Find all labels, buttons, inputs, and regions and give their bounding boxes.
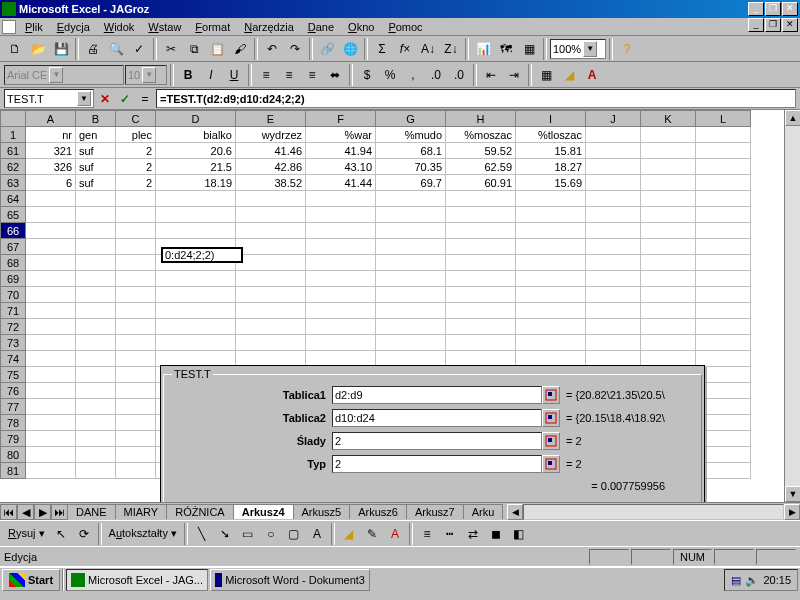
field-input[interactable]: 2: [332, 455, 542, 473]
cell[interactable]: [236, 303, 306, 319]
cell[interactable]: [76, 431, 116, 447]
tray-icon[interactable]: 🔊: [745, 574, 759, 587]
close-button[interactable]: ✕: [782, 2, 798, 16]
currency-button[interactable]: $: [356, 64, 378, 86]
cell[interactable]: [236, 255, 306, 271]
oval-button[interactable]: ○: [260, 523, 282, 545]
align-left-button[interactable]: ≡: [255, 64, 277, 86]
dropdown-icon[interactable]: ▼: [77, 91, 91, 106]
row-header[interactable]: 65: [1, 207, 26, 223]
arrow-button[interactable]: ➘: [214, 523, 236, 545]
cell[interactable]: 42.86: [236, 159, 306, 175]
row-header[interactable]: 69: [1, 271, 26, 287]
cell[interactable]: [156, 319, 236, 335]
autosum-button[interactable]: Σ: [371, 38, 393, 60]
cell[interactable]: 21.5: [156, 159, 236, 175]
col-header[interactable]: H: [446, 111, 516, 127]
cell[interactable]: [76, 271, 116, 287]
cell[interactable]: [696, 239, 751, 255]
cell[interactable]: [641, 127, 696, 143]
cell[interactable]: 18.19: [156, 175, 236, 191]
cell[interactable]: [516, 239, 586, 255]
row-header[interactable]: 81: [1, 463, 26, 479]
range-select-button[interactable]: [542, 455, 560, 473]
line-style-button[interactable]: ≡: [416, 523, 438, 545]
sheet-tab[interactable]: Arkusz7: [406, 504, 464, 519]
open-button[interactable]: 📂: [27, 38, 49, 60]
cell[interactable]: 2: [116, 143, 156, 159]
cell[interactable]: 41.94: [306, 143, 376, 159]
cell[interactable]: [76, 239, 116, 255]
cell[interactable]: [641, 191, 696, 207]
cell[interactable]: [586, 175, 641, 191]
row-header[interactable]: 73: [1, 335, 26, 351]
cell[interactable]: [446, 239, 516, 255]
row-header[interactable]: 1: [1, 127, 26, 143]
cell[interactable]: [696, 223, 751, 239]
cell[interactable]: [306, 255, 376, 271]
row-header[interactable]: 67: [1, 239, 26, 255]
sheet-tab[interactable]: MIARY: [115, 504, 168, 519]
percent-button[interactable]: %: [379, 64, 401, 86]
cell[interactable]: [156, 207, 236, 223]
cell[interactable]: [116, 463, 156, 479]
taskbar-item[interactable]: Microsoft Word - Dokument3: [210, 569, 370, 591]
cell[interactable]: [641, 159, 696, 175]
col-header[interactable]: K: [641, 111, 696, 127]
cell[interactable]: [641, 303, 696, 319]
sheet-tab[interactable]: Arkusz5: [293, 504, 351, 519]
scroll-right-button[interactable]: ▶: [784, 504, 800, 520]
cell[interactable]: [641, 207, 696, 223]
cell[interactable]: 2: [116, 159, 156, 175]
cell[interactable]: [446, 191, 516, 207]
cell[interactable]: [306, 239, 376, 255]
font-color-button[interactable]: A: [581, 64, 603, 86]
cell[interactable]: [641, 319, 696, 335]
cell[interactable]: [156, 271, 236, 287]
textbox-button[interactable]: ▢: [283, 523, 305, 545]
dropdown-icon[interactable]: ▼: [583, 41, 597, 57]
cell[interactable]: [26, 415, 76, 431]
rotate-button[interactable]: ⟳: [73, 523, 95, 545]
cell[interactable]: [116, 383, 156, 399]
cell[interactable]: [116, 287, 156, 303]
cell[interactable]: [641, 335, 696, 351]
preview-button[interactable]: 🔍: [105, 38, 127, 60]
cell[interactable]: [376, 303, 446, 319]
cell[interactable]: [641, 223, 696, 239]
cell[interactable]: [306, 207, 376, 223]
cell[interactable]: [586, 127, 641, 143]
redo-button[interactable]: ↷: [284, 38, 306, 60]
cell[interactable]: 70.35: [376, 159, 446, 175]
taskbar-item[interactable]: Microsoft Excel - JAG...: [66, 569, 208, 591]
cell[interactable]: [446, 223, 516, 239]
cell[interactable]: [696, 191, 751, 207]
cell[interactable]: [76, 335, 116, 351]
chart-button[interactable]: 📊: [472, 38, 494, 60]
cell[interactable]: [26, 207, 76, 223]
cell[interactable]: [26, 367, 76, 383]
cell[interactable]: [26, 271, 76, 287]
cell[interactable]: [446, 271, 516, 287]
help-button[interactable]: ?: [616, 38, 638, 60]
paste-button[interactable]: 📋: [206, 38, 228, 60]
cell[interactable]: [236, 191, 306, 207]
wordart-button[interactable]: A: [306, 523, 328, 545]
cell[interactable]: [116, 367, 156, 383]
save-button[interactable]: 💾: [50, 38, 72, 60]
row-header[interactable]: 62: [1, 159, 26, 175]
cell[interactable]: [116, 431, 156, 447]
shadow-button[interactable]: ◼: [485, 523, 507, 545]
cell[interactable]: [586, 271, 641, 287]
formula-input[interactable]: =TEST.T(d2:d9;d10:d24;2;2): [156, 89, 796, 108]
zoom-combo[interactable]: 100%▼: [550, 39, 606, 59]
dash-style-button[interactable]: ┅: [439, 523, 461, 545]
scroll-down-button[interactable]: ▼: [785, 486, 800, 502]
inc-indent-button[interactable]: ⇥: [503, 64, 525, 86]
cell[interactable]: [236, 319, 306, 335]
cell[interactable]: [116, 303, 156, 319]
cell[interactable]: [156, 191, 236, 207]
cell[interactable]: %tloszac: [516, 127, 586, 143]
sheet-tab[interactable]: Arkusz4: [233, 504, 294, 519]
arrow-style-button[interactable]: ⇄: [462, 523, 484, 545]
